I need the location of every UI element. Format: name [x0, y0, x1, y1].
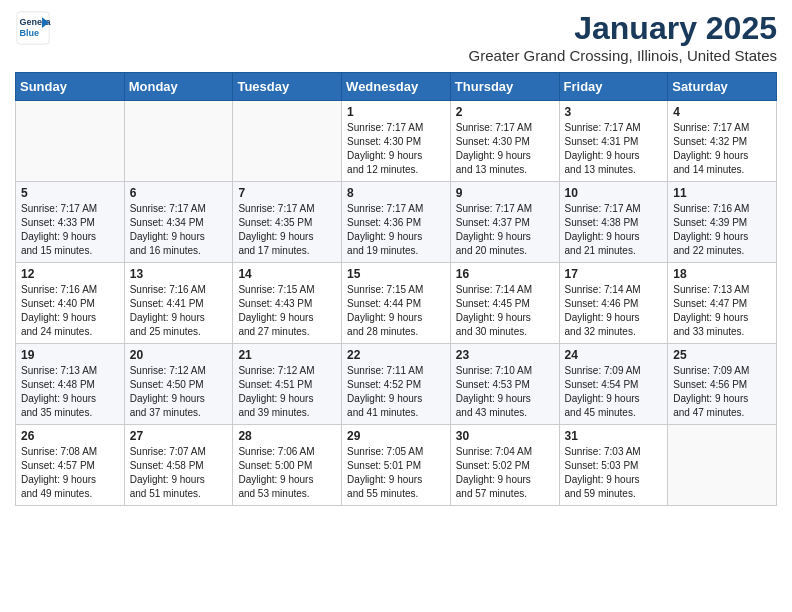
day-info: Sunrise: 7:17 AM Sunset: 4:31 PM Dayligh…	[565, 121, 663, 177]
day-number: 30	[456, 429, 554, 443]
day-cell	[124, 101, 233, 182]
day-cell: 28Sunrise: 7:06 AM Sunset: 5:00 PM Dayli…	[233, 425, 342, 506]
day-number: 4	[673, 105, 771, 119]
day-cell: 27Sunrise: 7:07 AM Sunset: 4:58 PM Dayli…	[124, 425, 233, 506]
day-info: Sunrise: 7:17 AM Sunset: 4:38 PM Dayligh…	[565, 202, 663, 258]
day-number: 5	[21, 186, 119, 200]
day-number: 18	[673, 267, 771, 281]
day-cell: 29Sunrise: 7:05 AM Sunset: 5:01 PM Dayli…	[342, 425, 451, 506]
day-info: Sunrise: 7:09 AM Sunset: 4:54 PM Dayligh…	[565, 364, 663, 420]
day-number: 27	[130, 429, 228, 443]
day-info: Sunrise: 7:13 AM Sunset: 4:48 PM Dayligh…	[21, 364, 119, 420]
day-number: 21	[238, 348, 336, 362]
weekday-header-monday: Monday	[124, 73, 233, 101]
day-cell: 15Sunrise: 7:15 AM Sunset: 4:44 PM Dayli…	[342, 263, 451, 344]
weekday-header-thursday: Thursday	[450, 73, 559, 101]
calendar-table: SundayMondayTuesdayWednesdayThursdayFrid…	[15, 72, 777, 506]
day-number: 14	[238, 267, 336, 281]
day-info: Sunrise: 7:17 AM Sunset: 4:32 PM Dayligh…	[673, 121, 771, 177]
day-cell	[16, 101, 125, 182]
day-cell: 11Sunrise: 7:16 AM Sunset: 4:39 PM Dayli…	[668, 182, 777, 263]
logo-icon: General Blue	[15, 10, 51, 46]
day-cell: 5Sunrise: 7:17 AM Sunset: 4:33 PM Daylig…	[16, 182, 125, 263]
day-number: 3	[565, 105, 663, 119]
day-info: Sunrise: 7:17 AM Sunset: 4:34 PM Dayligh…	[130, 202, 228, 258]
day-number: 9	[456, 186, 554, 200]
day-number: 7	[238, 186, 336, 200]
title-block: January 2025 Greater Grand Crossing, Ill…	[469, 10, 777, 64]
day-info: Sunrise: 7:13 AM Sunset: 4:47 PM Dayligh…	[673, 283, 771, 339]
day-info: Sunrise: 7:15 AM Sunset: 4:44 PM Dayligh…	[347, 283, 445, 339]
day-info: Sunrise: 7:17 AM Sunset: 4:30 PM Dayligh…	[456, 121, 554, 177]
day-number: 16	[456, 267, 554, 281]
day-info: Sunrise: 7:09 AM Sunset: 4:56 PM Dayligh…	[673, 364, 771, 420]
day-info: Sunrise: 7:12 AM Sunset: 4:51 PM Dayligh…	[238, 364, 336, 420]
day-cell: 14Sunrise: 7:15 AM Sunset: 4:43 PM Dayli…	[233, 263, 342, 344]
day-info: Sunrise: 7:06 AM Sunset: 5:00 PM Dayligh…	[238, 445, 336, 501]
day-info: Sunrise: 7:04 AM Sunset: 5:02 PM Dayligh…	[456, 445, 554, 501]
day-cell: 22Sunrise: 7:11 AM Sunset: 4:52 PM Dayli…	[342, 344, 451, 425]
day-info: Sunrise: 7:16 AM Sunset: 4:39 PM Dayligh…	[673, 202, 771, 258]
location-title: Greater Grand Crossing, Illinois, United…	[469, 47, 777, 64]
weekday-header-wednesday: Wednesday	[342, 73, 451, 101]
day-cell: 23Sunrise: 7:10 AM Sunset: 4:53 PM Dayli…	[450, 344, 559, 425]
svg-text:Blue: Blue	[20, 28, 40, 38]
day-number: 25	[673, 348, 771, 362]
day-info: Sunrise: 7:16 AM Sunset: 4:41 PM Dayligh…	[130, 283, 228, 339]
day-info: Sunrise: 7:08 AM Sunset: 4:57 PM Dayligh…	[21, 445, 119, 501]
weekday-header-row: SundayMondayTuesdayWednesdayThursdayFrid…	[16, 73, 777, 101]
day-number: 10	[565, 186, 663, 200]
weekday-header-sunday: Sunday	[16, 73, 125, 101]
day-number: 11	[673, 186, 771, 200]
day-info: Sunrise: 7:05 AM Sunset: 5:01 PM Dayligh…	[347, 445, 445, 501]
day-number: 26	[21, 429, 119, 443]
day-cell: 3Sunrise: 7:17 AM Sunset: 4:31 PM Daylig…	[559, 101, 668, 182]
day-info: Sunrise: 7:15 AM Sunset: 4:43 PM Dayligh…	[238, 283, 336, 339]
day-info: Sunrise: 7:16 AM Sunset: 4:40 PM Dayligh…	[21, 283, 119, 339]
day-info: Sunrise: 7:17 AM Sunset: 4:33 PM Dayligh…	[21, 202, 119, 258]
day-cell: 2Sunrise: 7:17 AM Sunset: 4:30 PM Daylig…	[450, 101, 559, 182]
day-cell: 12Sunrise: 7:16 AM Sunset: 4:40 PM Dayli…	[16, 263, 125, 344]
day-cell: 13Sunrise: 7:16 AM Sunset: 4:41 PM Dayli…	[124, 263, 233, 344]
day-info: Sunrise: 7:11 AM Sunset: 4:52 PM Dayligh…	[347, 364, 445, 420]
day-number: 8	[347, 186, 445, 200]
weekday-header-tuesday: Tuesday	[233, 73, 342, 101]
day-cell	[668, 425, 777, 506]
logo: General Blue	[15, 10, 51, 46]
day-info: Sunrise: 7:17 AM Sunset: 4:35 PM Dayligh…	[238, 202, 336, 258]
page-header: General Blue January 2025 Greater Grand …	[15, 10, 777, 64]
day-cell: 1Sunrise: 7:17 AM Sunset: 4:30 PM Daylig…	[342, 101, 451, 182]
day-cell	[233, 101, 342, 182]
day-number: 29	[347, 429, 445, 443]
day-cell: 16Sunrise: 7:14 AM Sunset: 4:45 PM Dayli…	[450, 263, 559, 344]
day-info: Sunrise: 7:12 AM Sunset: 4:50 PM Dayligh…	[130, 364, 228, 420]
day-number: 31	[565, 429, 663, 443]
week-row-1: 1Sunrise: 7:17 AM Sunset: 4:30 PM Daylig…	[16, 101, 777, 182]
day-info: Sunrise: 7:07 AM Sunset: 4:58 PM Dayligh…	[130, 445, 228, 501]
day-cell: 19Sunrise: 7:13 AM Sunset: 4:48 PM Dayli…	[16, 344, 125, 425]
day-number: 12	[21, 267, 119, 281]
day-cell: 6Sunrise: 7:17 AM Sunset: 4:34 PM Daylig…	[124, 182, 233, 263]
day-cell: 10Sunrise: 7:17 AM Sunset: 4:38 PM Dayli…	[559, 182, 668, 263]
day-number: 2	[456, 105, 554, 119]
day-number: 13	[130, 267, 228, 281]
day-cell: 9Sunrise: 7:17 AM Sunset: 4:37 PM Daylig…	[450, 182, 559, 263]
week-row-2: 5Sunrise: 7:17 AM Sunset: 4:33 PM Daylig…	[16, 182, 777, 263]
day-info: Sunrise: 7:14 AM Sunset: 4:45 PM Dayligh…	[456, 283, 554, 339]
day-cell: 17Sunrise: 7:14 AM Sunset: 4:46 PM Dayli…	[559, 263, 668, 344]
day-cell: 31Sunrise: 7:03 AM Sunset: 5:03 PM Dayli…	[559, 425, 668, 506]
day-info: Sunrise: 7:17 AM Sunset: 4:30 PM Dayligh…	[347, 121, 445, 177]
day-number: 19	[21, 348, 119, 362]
day-cell: 25Sunrise: 7:09 AM Sunset: 4:56 PM Dayli…	[668, 344, 777, 425]
day-number: 6	[130, 186, 228, 200]
day-cell: 20Sunrise: 7:12 AM Sunset: 4:50 PM Dayli…	[124, 344, 233, 425]
month-title: January 2025	[469, 10, 777, 47]
week-row-5: 26Sunrise: 7:08 AM Sunset: 4:57 PM Dayli…	[16, 425, 777, 506]
day-number: 24	[565, 348, 663, 362]
day-info: Sunrise: 7:14 AM Sunset: 4:46 PM Dayligh…	[565, 283, 663, 339]
week-row-3: 12Sunrise: 7:16 AM Sunset: 4:40 PM Dayli…	[16, 263, 777, 344]
day-number: 15	[347, 267, 445, 281]
day-info: Sunrise: 7:17 AM Sunset: 4:37 PM Dayligh…	[456, 202, 554, 258]
weekday-header-friday: Friday	[559, 73, 668, 101]
day-info: Sunrise: 7:10 AM Sunset: 4:53 PM Dayligh…	[456, 364, 554, 420]
